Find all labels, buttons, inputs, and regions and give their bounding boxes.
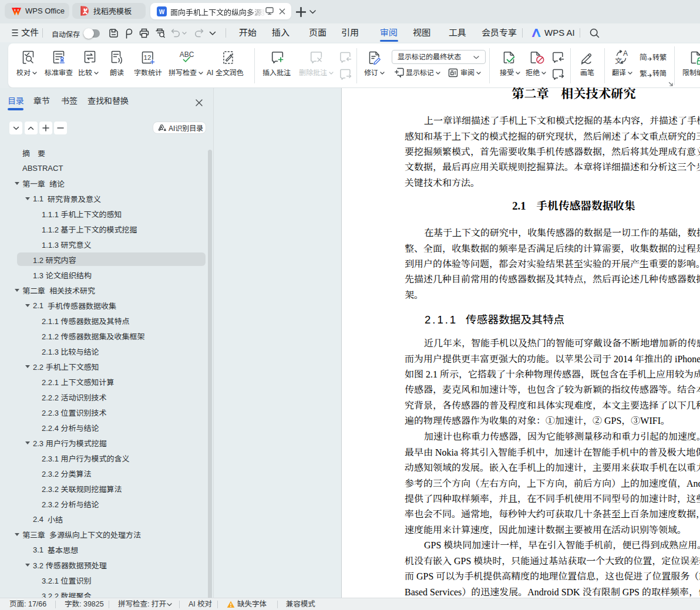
svg-text:W: W [159,9,165,15]
svg-text:A: A [623,50,628,58]
svg-text:文: 文 [615,55,622,65]
svg-text:ABC: ABC [180,50,194,59]
svg-text:12: 12 [144,54,152,61]
